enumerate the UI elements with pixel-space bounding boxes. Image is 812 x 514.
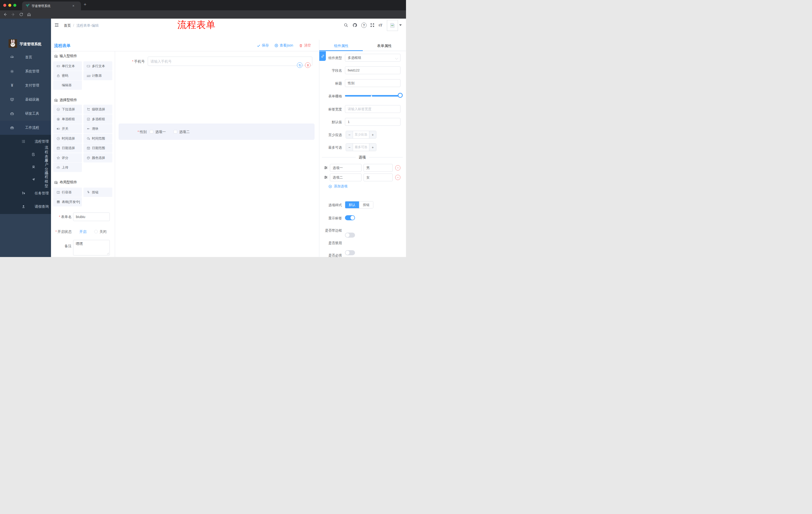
palette-item-date-picker[interactable]: 日期选择 <box>53 143 82 153</box>
tab-form-props[interactable]: 表单属性 <box>377 44 392 48</box>
palette-item-checkbox-group[interactable]: 多选框组 <box>83 114 112 124</box>
option2-drag-handle[interactable] <box>324 175 328 179</box>
sidebar-item-process-mgmt[interactable]: 流程管理 <box>0 135 51 148</box>
font-size-icon[interactable]: tT <box>379 23 382 27</box>
plus-icon[interactable]: + <box>369 131 376 138</box>
status-off-label[interactable]: 关闭 <box>99 229 107 234</box>
option1-drag-handle[interactable] <box>324 166 328 170</box>
sidebar-item-task-mgmt[interactable]: 任务管理 <box>0 187 51 200</box>
palette-item-date-range[interactable]: 日期范围 <box>83 143 112 153</box>
option2-value-input[interactable] <box>364 173 393 181</box>
label-width-input[interactable] <box>345 105 401 113</box>
palette-item-slider[interactable]: 滑块 <box>83 124 112 133</box>
avatar-caret-icon[interactable] <box>399 24 402 26</box>
phone-field-input[interactable] <box>148 57 312 66</box>
minus-icon[interactable]: − <box>346 131 353 138</box>
plus-icon[interactable]: + <box>369 143 376 151</box>
traffic-minimize-button[interactable] <box>8 4 11 7</box>
search-icon[interactable] <box>344 23 348 27</box>
sidebar-item-system[interactable]: 系统管理 <box>0 64 51 78</box>
sidebar-item-home[interactable]: 首页 <box>0 50 51 64</box>
avatar[interactable] <box>387 20 398 31</box>
option1-label-input[interactable] <box>330 164 361 172</box>
palette-item-rate[interactable]: 评分 <box>53 153 82 162</box>
disabled-switch[interactable] <box>345 250 355 255</box>
default-value-input[interactable] <box>345 118 401 126</box>
help-icon[interactable]: ? <box>361 23 367 28</box>
palette-item-time-picker[interactable]: 时间选择 <box>53 134 82 143</box>
form-name-input[interactable] <box>73 213 110 221</box>
show-label-switch[interactable] <box>345 215 355 220</box>
palette-item-table[interactable]: 表格[开发中] <box>53 197 82 207</box>
clear-button[interactable]: 清空 <box>299 43 311 48</box>
sidebar-item-workflow[interactable]: 工作流程 <box>0 121 51 135</box>
option1-remove-button[interactable]: − <box>395 165 401 170</box>
selected-component-gender[interactable]: *性别 选项一 选项二 <box>119 124 315 140</box>
breadcrumb-home[interactable]: 首页 <box>64 23 71 28</box>
minus-icon[interactable]: − <box>346 143 353 151</box>
add-option-button[interactable]: 添加选项 <box>328 184 347 189</box>
github-icon[interactable] <box>352 23 357 27</box>
view-json-button[interactable]: 查看json <box>274 43 293 48</box>
field-name-input[interactable] <box>345 66 401 74</box>
collapse-sidebar-icon[interactable] <box>54 23 59 27</box>
grid-slider-handle[interactable] <box>398 93 403 98</box>
palette-item-cascader[interactable]: 级联选择 <box>83 105 112 114</box>
sidebar-item-process-model[interactable]: 流程模型 <box>0 173 51 186</box>
palette-item-multi-text[interactable]: 多行文本 <box>83 61 112 71</box>
grid-slider-track[interactable] <box>345 95 401 97</box>
min-select-stepper[interactable]: − 至少应选 + <box>346 131 376 139</box>
copy-component-button[interactable] <box>297 62 302 68</box>
max-select-value[interactable]: 最多可选 <box>353 143 369 151</box>
option1-value-input[interactable] <box>364 164 393 172</box>
gender-option1-label[interactable]: 选项一 <box>155 130 166 134</box>
traffic-close-button[interactable] <box>3 4 6 7</box>
option2-remove-button[interactable]: − <box>395 175 401 180</box>
palette-item-counter[interactable]: 123计数器 <box>83 71 112 80</box>
status-on-label[interactable]: 开启 <box>79 229 86 234</box>
palette-item-time-range[interactable]: 时间范围 <box>83 134 112 143</box>
back-icon[interactable] <box>3 12 7 17</box>
style-button-button[interactable]: 按钮 <box>359 201 373 208</box>
option2-label-input[interactable] <box>330 173 361 181</box>
sidebar-item-process-form[interactable]: 流程表单 <box>0 148 51 161</box>
form-remark-textarea[interactable]: 嘿嘿 <box>73 240 110 255</box>
new-tab-button[interactable]: + <box>84 2 86 7</box>
sidebar-item-infra[interactable]: 基础设施 <box>0 92 51 107</box>
palette-item-editor[interactable]: 编辑器 <box>53 80 82 90</box>
reload-icon[interactable] <box>19 12 23 17</box>
max-select-stepper[interactable]: − 最多可选 + <box>346 143 376 151</box>
status-off-radio[interactable] <box>94 230 98 233</box>
delete-component-button[interactable] <box>305 62 311 68</box>
sidebar-item-devtools[interactable]: 研发工具 <box>0 107 51 121</box>
gender-option2-label[interactable]: 选项二 <box>179 130 190 134</box>
traffic-zoom-button[interactable] <box>13 4 16 7</box>
forward-icon[interactable] <box>11 12 15 17</box>
textarea-resize-handle[interactable] <box>107 252 109 255</box>
sidebar-item-payment[interactable]: ¥ 支付管理 <box>0 78 51 92</box>
palette-item-upload[interactable]: 上传 <box>53 163 82 172</box>
palette-item-radio-group[interactable]: 单选框组 <box>53 114 82 124</box>
border-switch[interactable] <box>345 233 355 238</box>
gender-option2-checkbox[interactable] <box>174 130 177 134</box>
palette-item-row-container[interactable]: 行容器 <box>53 188 82 197</box>
type-select[interactable]: 多选框组 <box>345 54 401 62</box>
palette-item-single-text[interactable]: 单行文本 <box>53 61 82 71</box>
gender-option1-checkbox[interactable] <box>150 130 153 134</box>
style-default-button[interactable]: 默认 <box>345 201 359 208</box>
home-icon[interactable] <box>27 12 31 17</box>
tab-close-icon[interactable]: × <box>72 4 75 8</box>
fullscreen-icon[interactable] <box>370 23 375 27</box>
sidebar-item-user-group[interactable]: 用户分组 <box>0 161 51 173</box>
palette-item-select[interactable]: 下拉选择 <box>53 105 82 114</box>
palette-item-password[interactable]: 密码 <box>53 71 82 80</box>
sidebar-item-leave-query[interactable]: 请假查询 <box>0 200 51 213</box>
min-select-value[interactable]: 至少应选 <box>353 131 369 138</box>
tab-component-props[interactable]: 组件属性 <box>334 44 348 48</box>
palette-item-color-picker[interactable]: 颜色选择 <box>83 153 112 162</box>
palette-item-button[interactable]: 按钮 <box>83 188 112 197</box>
save-button[interactable]: 保存 <box>257 43 269 48</box>
title-input[interactable] <box>345 79 401 87</box>
browser-tab[interactable]: 芋道管理系统 × <box>22 1 81 10</box>
palette-item-switch[interactable]: 开关 <box>53 124 82 133</box>
